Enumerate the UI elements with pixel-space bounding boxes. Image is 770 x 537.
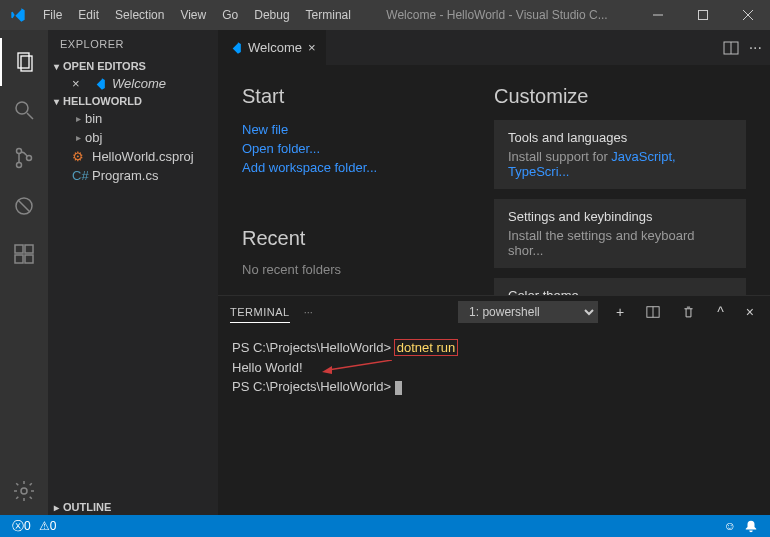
chevron-right-icon: ▸ xyxy=(76,113,81,124)
menu-view[interactable]: View xyxy=(172,8,214,22)
svg-rect-5 xyxy=(21,56,32,71)
sidebar: EXPLORER ▾OPEN EDITORS × Welcome ▾HELLOW… xyxy=(48,30,218,515)
vscode-logo-icon xyxy=(0,7,35,23)
close-button[interactable] xyxy=(725,0,770,30)
svg-rect-14 xyxy=(15,255,23,263)
file-csproj[interactable]: ⚙HelloWorld.csproj xyxy=(48,147,218,166)
maximize-button[interactable] xyxy=(680,0,725,30)
menu-debug[interactable]: Debug xyxy=(246,8,297,22)
menu-selection[interactable]: Selection xyxy=(107,8,172,22)
kill-terminal-icon[interactable] xyxy=(678,305,699,319)
terminal-cursor xyxy=(395,381,402,395)
svg-point-8 xyxy=(17,149,22,154)
tab-close-icon[interactable]: × xyxy=(308,40,316,55)
terminal-prompt: PS C:\Projects\HelloWorld> xyxy=(232,379,391,394)
split-terminal-icon[interactable] xyxy=(642,305,664,319)
panel: TERMINAL ··· 1: powershell + ^ × PS C:\P… xyxy=(218,295,770,515)
svg-point-10 xyxy=(27,156,32,161)
panel-more-icon[interactable]: ··· xyxy=(304,306,313,318)
editor-area: Welcome × ··· Start New file Open folder… xyxy=(218,30,770,515)
card-title: Settings and keybindings xyxy=(508,209,732,224)
svg-rect-15 xyxy=(25,255,33,263)
terminal-output[interactable]: PS C:\Projects\HelloWorld> dotnet run He… xyxy=(218,328,770,515)
panel-close-icon[interactable]: × xyxy=(742,304,758,320)
svg-line-7 xyxy=(27,113,33,119)
customize-heading: Customize xyxy=(494,85,746,108)
settings-gear-icon[interactable] xyxy=(0,467,48,515)
svg-line-22 xyxy=(328,360,392,370)
outline-section[interactable]: ▸OUTLINE xyxy=(48,499,218,515)
terminal-prompt: PS C:\Projects\HelloWorld> xyxy=(232,340,391,355)
tab-welcome[interactable]: Welcome × xyxy=(218,30,326,65)
svg-marker-23 xyxy=(322,366,332,374)
svg-point-9 xyxy=(17,163,22,168)
debug-icon[interactable] xyxy=(0,182,48,230)
svg-point-6 xyxy=(16,102,28,114)
customize-card-tools[interactable]: Tools and languages Install support for … xyxy=(494,120,746,189)
tab-label: Welcome xyxy=(248,40,302,55)
more-actions-icon[interactable]: ··· xyxy=(749,39,762,57)
xml-file-icon: ⚙ xyxy=(72,149,88,164)
card-title: Tools and languages xyxy=(508,130,732,145)
open-editor-label: Welcome xyxy=(112,76,166,91)
sidebar-title: EXPLORER xyxy=(48,30,218,58)
menu-file[interactable]: File xyxy=(35,8,70,22)
card-title: Color theme xyxy=(508,288,732,295)
window-title: Welcome - HelloWorld - Visual Studio C..… xyxy=(359,8,635,22)
customize-card-settings[interactable]: Settings and keybindings Install the set… xyxy=(494,199,746,268)
recent-empty: No recent folders xyxy=(242,262,494,277)
vscode-file-icon xyxy=(228,41,242,55)
panel-tab-terminal[interactable]: TERMINAL xyxy=(230,302,290,323)
folder-bin[interactable]: ▸bin xyxy=(48,109,218,128)
chevron-right-icon: ▸ xyxy=(76,132,81,143)
card-desc: Install the settings and keyboard shor..… xyxy=(508,228,732,258)
notifications-icon[interactable] xyxy=(740,519,762,533)
svg-rect-13 xyxy=(15,245,23,253)
svg-point-17 xyxy=(21,488,27,494)
menu-bar: File Edit Selection View Go Debug Termin… xyxy=(35,8,359,22)
open-editors-section[interactable]: ▾OPEN EDITORS xyxy=(48,58,218,74)
explorer-icon[interactable] xyxy=(0,38,48,86)
start-heading: Start xyxy=(242,85,494,108)
terminal-line: Hello World! xyxy=(232,360,303,375)
recent-heading: Recent xyxy=(242,227,494,250)
vscode-file-icon xyxy=(92,77,108,91)
file-program-cs[interactable]: C#Program.cs xyxy=(48,166,218,185)
split-editor-icon[interactable] xyxy=(723,40,739,56)
csharp-file-icon: C# xyxy=(72,168,88,183)
minimize-button[interactable] xyxy=(635,0,680,30)
welcome-page: Start New file Open folder... Add worksp… xyxy=(218,65,770,295)
terminal-selector[interactable]: 1: powershell xyxy=(458,301,598,323)
status-bar: ⓧ 0 ⚠ 0 ☺ xyxy=(0,515,770,537)
status-errors[interactable]: ⓧ 0 xyxy=(8,518,35,535)
menu-edit[interactable]: Edit xyxy=(70,8,107,22)
close-icon[interactable]: × xyxy=(72,76,88,91)
customize-card-theme[interactable]: Color theme xyxy=(494,278,746,295)
source-control-icon[interactable] xyxy=(0,134,48,182)
add-workspace-link[interactable]: Add workspace folder... xyxy=(242,158,494,177)
panel-header: TERMINAL ··· 1: powershell + ^ × xyxy=(218,296,770,328)
svg-rect-16 xyxy=(25,245,33,253)
open-editor-welcome[interactable]: × Welcome xyxy=(48,74,218,93)
workspace-section[interactable]: ▾HELLOWORLD xyxy=(48,93,218,109)
tab-bar: Welcome × ··· xyxy=(218,30,770,65)
search-icon[interactable] xyxy=(0,86,48,134)
terminal-command: dotnet run xyxy=(395,340,458,355)
panel-maximize-icon[interactable]: ^ xyxy=(713,304,728,320)
svg-rect-1 xyxy=(698,11,707,20)
status-warnings[interactable]: ⚠ 0 xyxy=(35,519,61,533)
chevron-right-icon: ▸ xyxy=(54,502,59,513)
new-file-link[interactable]: New file xyxy=(242,120,494,139)
menu-go[interactable]: Go xyxy=(214,8,246,22)
extensions-icon[interactable] xyxy=(0,230,48,278)
new-terminal-icon[interactable]: + xyxy=(612,304,628,320)
open-folder-link[interactable]: Open folder... xyxy=(242,139,494,158)
folder-obj[interactable]: ▸obj xyxy=(48,128,218,147)
chevron-down-icon: ▾ xyxy=(54,96,59,107)
title-bar: File Edit Selection View Go Debug Termin… xyxy=(0,0,770,30)
svg-rect-4 xyxy=(18,53,29,68)
chevron-down-icon: ▾ xyxy=(54,61,59,72)
feedback-icon[interactable]: ☺ xyxy=(720,519,740,533)
activity-bar xyxy=(0,30,48,515)
menu-terminal[interactable]: Terminal xyxy=(298,8,359,22)
